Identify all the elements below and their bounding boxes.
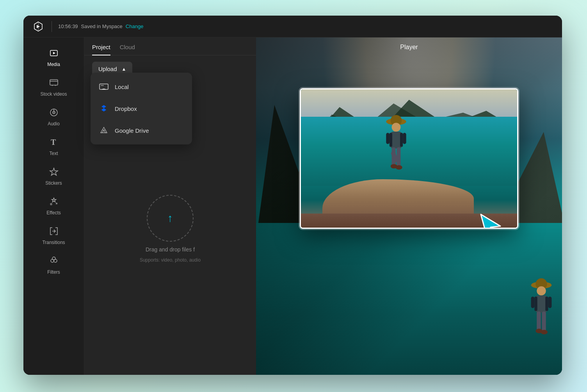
water-area xyxy=(256,223,562,375)
sidebar-item-text-label: Text xyxy=(49,151,58,156)
sidebar: Media Stock videos xyxy=(23,37,84,375)
svg-rect-36 xyxy=(537,312,541,331)
sidebar-item-audio-label: Audio xyxy=(48,121,60,127)
panel-tabs: Project Cloud xyxy=(84,37,256,55)
sidebar-item-stock-videos[interactable]: Stock videos xyxy=(23,73,84,102)
preview-inner xyxy=(301,89,517,228)
sidebar-item-audio[interactable]: Audio xyxy=(23,103,84,131)
gdrive-icon xyxy=(98,125,109,136)
title-divider xyxy=(52,21,52,32)
svg-rect-34 xyxy=(535,297,537,311)
svg-rect-12 xyxy=(101,85,104,86)
title-bar-info: 10:56:39 Saved in Myspace Change xyxy=(58,23,143,29)
stock-videos-icon xyxy=(49,78,59,89)
stickers-icon xyxy=(49,167,59,178)
upload-arrow-icon: ↑ xyxy=(167,212,173,225)
svg-rect-35 xyxy=(545,297,548,311)
change-link[interactable]: Change xyxy=(126,23,144,29)
app-window: 10:56:39 Saved in Myspace Change Media xyxy=(23,16,562,375)
dropdown-item-gdrive[interactable]: Google Drive xyxy=(91,119,192,141)
svg-rect-33 xyxy=(536,296,547,313)
sidebar-item-stock-label: Stock videos xyxy=(40,91,67,97)
save-status: Saved in Myspace xyxy=(81,23,123,29)
svg-rect-11 xyxy=(100,84,108,89)
svg-rect-2 xyxy=(50,80,58,85)
svg-point-32 xyxy=(537,287,546,296)
drag-drop-text: Drag and drop files f xyxy=(146,246,195,253)
left-panel: Project Cloud Upload ▲ xyxy=(84,37,256,375)
local-label: Local xyxy=(115,84,129,90)
timestamp: 10:56:39 xyxy=(58,23,78,29)
svg-rect-41 xyxy=(548,297,552,308)
local-icon xyxy=(98,81,109,92)
sidebar-item-filters-label: Filters xyxy=(47,269,60,275)
svg-text:T: T xyxy=(51,138,56,146)
effects-icon xyxy=(49,197,59,208)
sidebar-item-stickers-label: Stickers xyxy=(45,180,62,186)
player-header: Player xyxy=(256,37,562,57)
svg-point-39 xyxy=(541,330,548,335)
main-content: Media Stock videos xyxy=(23,37,562,375)
svg-point-26 xyxy=(395,165,402,169)
dropdown-item-dropbox[interactable]: Dropbox xyxy=(91,98,192,119)
gdrive-label: Google Drive xyxy=(115,127,149,134)
drag-drop-subtext: Supports: video, photo, audio xyxy=(140,257,201,263)
dropbox-label: Dropbox xyxy=(115,105,137,112)
sidebar-item-media-label: Media xyxy=(47,62,60,67)
tab-cloud[interactable]: Cloud xyxy=(120,44,135,55)
dropdown-item-local[interactable]: Local xyxy=(91,76,192,98)
drag-drop-circle: ↑ xyxy=(147,195,194,242)
chevron-up-icon: ▲ xyxy=(122,66,126,72)
upload-dropdown: Local Dropbox xyxy=(91,73,192,144)
svg-rect-22 xyxy=(400,133,403,147)
tab-project[interactable]: Project xyxy=(92,44,110,55)
title-bar: 10:56:39 Saved in Myspace Change xyxy=(23,16,562,37)
text-icon: T xyxy=(49,137,59,148)
svg-rect-37 xyxy=(542,312,546,331)
app-logo xyxy=(31,20,45,34)
svg-rect-21 xyxy=(390,133,392,147)
svg-rect-40 xyxy=(531,297,535,308)
preview-window xyxy=(300,88,518,229)
svg-rect-29 xyxy=(403,133,406,144)
bg-person xyxy=(524,274,559,361)
filters-icon xyxy=(49,256,59,267)
svg-rect-28 xyxy=(386,133,390,144)
right-panel: Player xyxy=(256,37,562,375)
audio-icon xyxy=(49,108,59,119)
svg-point-5 xyxy=(53,112,54,113)
cursor-arrow xyxy=(475,208,506,228)
sidebar-item-filters[interactable]: Filters xyxy=(23,251,84,280)
transitions-icon xyxy=(49,226,59,237)
svg-point-10 xyxy=(52,257,55,260)
sidebar-item-stickers[interactable]: Stickers xyxy=(23,162,84,191)
sidebar-item-effects-label: Effects xyxy=(46,210,60,216)
sidebar-item-effects[interactable]: Effects xyxy=(23,192,84,220)
media-icon xyxy=(49,48,59,59)
player-label: Player xyxy=(400,44,418,51)
svg-point-19 xyxy=(391,123,400,132)
sidebar-item-transitions[interactable]: Transitions xyxy=(23,222,84,250)
sidebar-item-text[interactable]: T Text xyxy=(23,133,84,161)
svg-rect-24 xyxy=(397,148,400,167)
person-preview xyxy=(377,110,416,189)
dropbox-icon xyxy=(98,103,109,114)
sidebar-item-media[interactable]: Media xyxy=(23,44,84,72)
sidebar-item-transitions-label: Transitions xyxy=(42,240,65,245)
svg-rect-14 xyxy=(103,89,105,89)
